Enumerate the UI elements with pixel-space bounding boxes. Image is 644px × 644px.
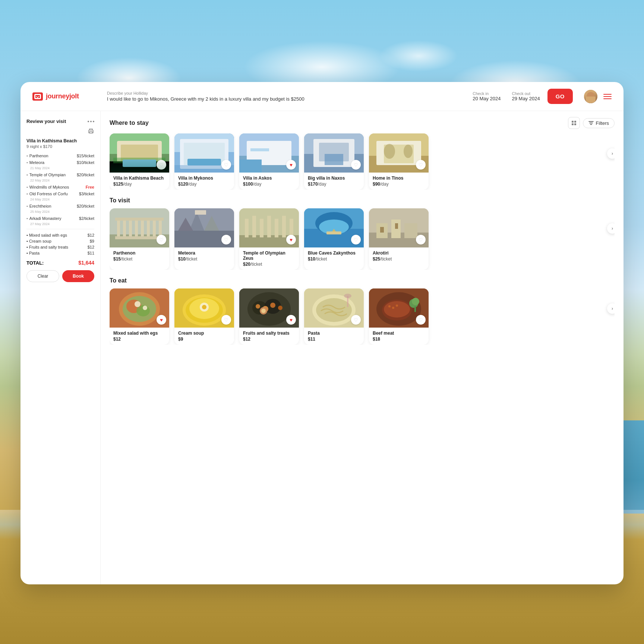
print-icon[interactable] [26, 128, 94, 135]
svg-point-111 [388, 305, 391, 307]
eat-card-5: ♡ Beef meat $18 [369, 288, 429, 345]
stay-card-3: ♥ Villa in Askos $100/day [239, 133, 299, 190]
total-value: $1,644 [78, 260, 94, 266]
stay-card-3-heart[interactable]: ♥ [286, 160, 296, 170]
sidebar-food-pasta: • Pasta $11 [26, 250, 94, 256]
visit-card-2: ♡ Meteora $10/ticket [174, 208, 234, 270]
svg-rect-110 [414, 306, 416, 312]
svg-point-88 [202, 305, 206, 309]
header: journeyjolt Describe your Holliday I wou… [20, 82, 624, 111]
visit-card-2-heart[interactable]: ♡ [221, 235, 231, 244]
svg-point-82 [143, 306, 147, 310]
svg-rect-57 [252, 216, 256, 237]
sidebar-item-windmills: • Windmills of Mykonos Free [26, 184, 94, 190]
to-visit-title: To visit [110, 197, 130, 204]
sidebar-total: TOTAL: $1,644 [26, 260, 94, 266]
eat-card-2-body: Cream soup $9 [174, 328, 234, 345]
visit-card-5-img: ♡ [369, 208, 429, 247]
eat-card-1-heart[interactable]: ♥ [157, 315, 166, 325]
svg-rect-58 [260, 219, 263, 237]
stay-card-4-heart[interactable]: ♡ [351, 160, 361, 170]
svg-rect-23 [239, 160, 262, 173]
svg-point-96 [278, 306, 282, 310]
svg-point-81 [135, 301, 141, 307]
svg-point-98 [261, 309, 266, 313]
sidebar-header: Review your visit [26, 119, 94, 124]
eat-card-3-heart[interactable]: ♥ [286, 315, 296, 325]
avatar-image [584, 90, 597, 103]
go-button[interactable]: GO [547, 89, 573, 104]
visit-card-5-heart[interactable]: ♡ [416, 235, 426, 244]
checkout-label: Check out [512, 91, 540, 96]
svg-rect-73 [404, 223, 417, 238]
visit-card-2-img: ♡ [174, 208, 234, 247]
stay-card-1-img: ♡ [110, 133, 169, 173]
stay-card-1-heart[interactable]: ♡ [157, 160, 166, 170]
eat-card-2-heart[interactable]: ♡ [221, 315, 231, 325]
visit-card-3-heart[interactable]: ♥ [286, 235, 296, 244]
search-area[interactable]: Describe your Holliday I would like to g… [100, 91, 465, 102]
svg-rect-6 [574, 123, 576, 125]
stay-card-4-body: Big villa in Naxos $170/day [304, 173, 364, 190]
svg-point-103 [344, 294, 351, 298]
svg-rect-13 [123, 160, 156, 167]
sidebar-title: Review your visit [26, 119, 66, 124]
stay-card-1-body: Villa in Kathisma Beach $125/day [110, 173, 169, 190]
eat-card-5-body: Beef meat $18 [369, 328, 429, 345]
visit-card-1-img: ♡ [110, 208, 169, 247]
stay-card-5-img: ♡ [369, 133, 429, 173]
visit-card-1-heart[interactable]: ♡ [157, 235, 166, 244]
filters-button[interactable]: Filters [583, 118, 615, 128]
eat-card-4: ♡ Pasta $11 [304, 288, 364, 345]
body: Review your visit Villa in Kathisma Beac… [20, 111, 624, 584]
svg-rect-53 [195, 210, 206, 215]
svg-rect-74 [380, 227, 384, 233]
visit-card-4-heart[interactable]: ♡ [351, 235, 361, 244]
visit-card-4-body: Blue Caves Zakynthos $10/ticket [304, 247, 364, 265]
stay-card-2-heart[interactable]: ♡ [221, 160, 231, 170]
where-to-stay-header: Where to stay Filte [110, 117, 615, 129]
logo-text: journeyjolt [46, 92, 79, 100]
clear-button[interactable]: Clear [26, 270, 59, 282]
grid-view-button[interactable] [568, 117, 580, 129]
stay-card-4-img: ♡ [304, 133, 364, 173]
total-label: TOTAL: [26, 260, 44, 266]
svg-rect-3 [572, 121, 574, 123]
where-to-stay-title: Where to stay [110, 120, 149, 126]
sidebar-nights: 9 night x $170 [26, 144, 94, 149]
sidebar-item-erechtheion: • Erechtheion $20/ticket [26, 203, 94, 209]
search-label: Describe your Holliday [107, 91, 458, 95]
eat-next-button[interactable]: › [607, 303, 615, 314]
svg-rect-11 [110, 161, 169, 173]
svg-rect-4 [574, 121, 576, 123]
sidebar-item-olympian: • Temple of Olympian $20/ticket [26, 171, 94, 178]
eat-card-4-heart[interactable]: ♡ [351, 315, 361, 325]
visit-card-3-body: Temple of Olympian Zeus $20/ticket [239, 247, 299, 270]
sidebar-food-cream-soup: • Cream soup $9 [26, 238, 94, 244]
checkin-block: Check in 20 May 2024 [473, 91, 501, 101]
logo-icon [32, 92, 43, 101]
stay-next-button[interactable]: › [607, 148, 615, 159]
sidebar-menu-button[interactable] [88, 121, 94, 122]
sidebar-date-corfu: 24 May 2024 [26, 198, 94, 201]
book-button[interactable]: Book [62, 270, 94, 282]
sidebar-item-arkadi: • Arkadi Monastery $2/ticket [26, 215, 94, 222]
svg-rect-56 [245, 219, 249, 237]
stay-card-3-img: ♥ [239, 133, 299, 173]
stay-card-2-body: Villa in Mykonos $120/day [174, 173, 234, 190]
visit-cards-row: ♡ Parthenon $15/ticket [110, 208, 615, 270]
svg-point-107 [384, 301, 410, 318]
svg-rect-5 [572, 123, 574, 125]
svg-rect-61 [282, 216, 286, 237]
to-eat-title: To eat [110, 277, 127, 284]
svg-point-95 [270, 303, 275, 308]
stay-card-5-heart[interactable]: ♡ [416, 160, 426, 170]
svg-rect-43 [147, 220, 150, 238]
svg-rect-67 [326, 231, 341, 234]
eat-card-5-heart[interactable]: ♡ [416, 315, 426, 325]
eat-card-3: ♥ Fruits and salty treats $12 [239, 288, 299, 345]
eat-card-2: ♡ Cream soup $9 [174, 288, 234, 345]
menu-button[interactable] [603, 94, 612, 99]
visit-next-button[interactable]: › [607, 223, 615, 234]
svg-rect-75 [395, 223, 398, 229]
